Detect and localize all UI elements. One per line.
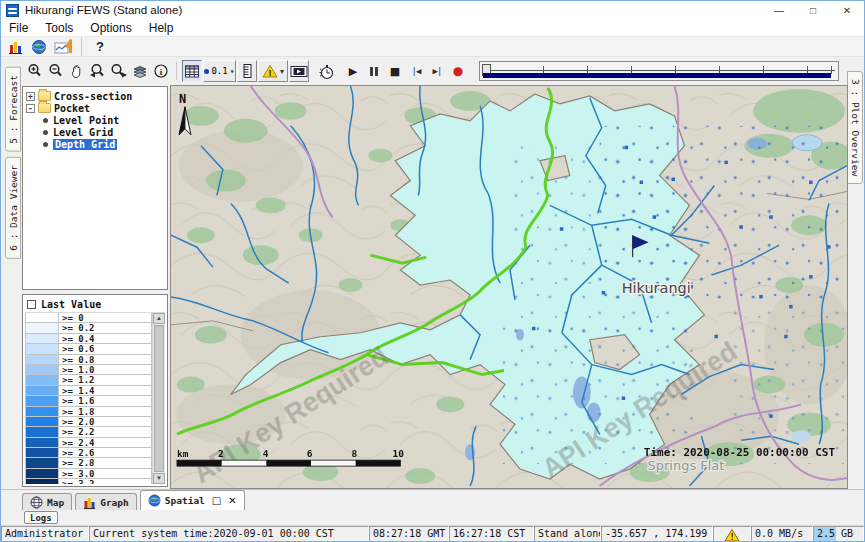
place-label: Springs Flat bbox=[648, 458, 725, 473]
title-bar[interactable]: Hikurangi FEWS (Stand alone) — □ ✕ bbox=[1, 1, 864, 19]
status-local-time: 16:27:18 CST bbox=[449, 526, 534, 542]
bullet-icon bbox=[43, 142, 48, 147]
tab-forecast[interactable]: 5 : Forecast bbox=[5, 67, 21, 152]
legend-scrollbar[interactable]: ▲ ▼ bbox=[152, 313, 165, 484]
record-button[interactable]: ● bbox=[448, 60, 468, 82]
close-button[interactable]: ✕ bbox=[830, 1, 864, 19]
status-warning-cell[interactable]: ! bbox=[713, 526, 751, 542]
tab-close-icon[interactable]: ✕ bbox=[228, 495, 236, 506]
svg-text:N: N bbox=[179, 92, 186, 106]
legend-ruler-button[interactable] bbox=[237, 60, 257, 82]
movie-export-button[interactable] bbox=[289, 60, 309, 82]
legend-row[interactable]: >= 2.8 bbox=[25, 458, 152, 468]
logs-button[interactable]: Logs bbox=[24, 511, 58, 524]
zoom-out-button[interactable] bbox=[46, 60, 66, 82]
help-button[interactable]: ? bbox=[90, 36, 110, 58]
app-logo-icon bbox=[6, 4, 19, 17]
legend-label: >= 2.2 bbox=[59, 427, 152, 437]
timer-icon bbox=[318, 63, 335, 80]
toolbar-separator bbox=[81, 38, 82, 56]
legend-label: >= 1.2 bbox=[59, 375, 152, 385]
spatial-display-button[interactable] bbox=[53, 36, 73, 58]
tree-item-level-point[interactable]: Level Point bbox=[26, 114, 166, 126]
tab-data-viewer[interactable]: 6 : Data Viewer bbox=[5, 157, 21, 259]
legend-row[interactable]: >= 2.4 bbox=[25, 438, 152, 448]
play-button[interactable]: ▶ bbox=[343, 60, 363, 82]
menu-options[interactable]: Options bbox=[90, 21, 131, 35]
grid-precision-dropdown[interactable]: 0.1 ▾ bbox=[203, 60, 236, 82]
bar-chart-icon bbox=[83, 496, 96, 509]
zoom-previous-button[interactable] bbox=[88, 60, 108, 82]
last-value-checkbox[interactable] bbox=[27, 300, 36, 309]
legend-row[interactable]: >= 2.2 bbox=[25, 427, 152, 437]
legend-swatch bbox=[25, 458, 59, 468]
grid-display-button[interactable] bbox=[182, 60, 202, 82]
logs-display-button[interactable] bbox=[5, 36, 25, 58]
stop-button[interactable]: ■ bbox=[385, 60, 405, 82]
map-display-button[interactable] bbox=[29, 36, 49, 58]
legend-row[interactable]: >= 3.2 bbox=[25, 479, 152, 484]
right-tab-strip: 3 : Plot Overview bbox=[846, 57, 864, 489]
tree-item-label: Cross-section bbox=[54, 91, 132, 102]
tree-item-label: Level Grid bbox=[53, 127, 113, 138]
menu-tools[interactable]: Tools bbox=[45, 21, 73, 35]
thresholds-dropdown-button[interactable]: ! ▾ bbox=[258, 60, 288, 82]
status-memory: 2.5 GB bbox=[813, 526, 864, 542]
legend-row[interactable]: >= 2.6 bbox=[25, 448, 152, 458]
menu-file[interactable]: File bbox=[9, 21, 28, 35]
legend-row[interactable]: >= 1.2 bbox=[25, 375, 152, 385]
svg-text:8: 8 bbox=[352, 448, 358, 459]
tree-item-cross-section[interactable]: + Cross-section bbox=[26, 90, 166, 102]
tab-plot-overview[interactable]: 3 : Plot Overview bbox=[847, 71, 863, 184]
expand-icon[interactable]: + bbox=[26, 92, 35, 101]
minimize-button[interactable]: — bbox=[762, 1, 796, 19]
legend-label: >= 0.8 bbox=[59, 355, 152, 365]
legend-row[interactable]: >= 0.8 bbox=[25, 355, 152, 365]
step-back-button[interactable]: |◀ bbox=[406, 60, 426, 82]
tree-item-depth-grid[interactable]: Depth Grid bbox=[26, 138, 166, 150]
zoom-next-button[interactable] bbox=[109, 60, 129, 82]
legend-row[interactable]: >= 2.0 bbox=[25, 417, 152, 427]
globe-icon bbox=[31, 39, 47, 55]
maximize-button[interactable]: □ bbox=[796, 1, 830, 19]
tab-maximize-icon[interactable]: □ bbox=[212, 495, 221, 506]
stop-icon: ■ bbox=[390, 66, 400, 77]
pause-button[interactable] bbox=[364, 60, 384, 82]
timeline-slider[interactable] bbox=[479, 61, 839, 81]
pause-icon bbox=[370, 67, 378, 76]
folder-icon bbox=[38, 103, 51, 113]
step-forward-button[interactable]: ▶| bbox=[427, 60, 447, 82]
scrollbar-thumb[interactable] bbox=[154, 325, 164, 472]
svg-text:km: km bbox=[177, 448, 189, 459]
zoom-in-button[interactable] bbox=[25, 60, 45, 82]
legend-row[interactable]: >= 0.4 bbox=[25, 334, 152, 344]
tab-map[interactable]: Map bbox=[22, 493, 72, 510]
legend-row[interactable]: >= 0.2 bbox=[25, 323, 152, 333]
legend-row[interactable]: >= 1.4 bbox=[25, 386, 152, 396]
legend-row[interactable]: >= 0 bbox=[25, 313, 152, 323]
timeline-period-bar bbox=[483, 73, 831, 78]
legend-row[interactable]: >= 1.8 bbox=[25, 407, 152, 417]
tab-spatial[interactable]: Spatial □ ✕ bbox=[140, 490, 245, 510]
tree-item-pocket[interactable]: - Pocket bbox=[26, 102, 166, 114]
tab-graph[interactable]: Graph bbox=[75, 493, 137, 510]
legend-row[interactable]: >= 3.0 bbox=[25, 469, 152, 479]
info-button[interactable]: i bbox=[151, 60, 171, 82]
window-title: Hikurangi FEWS (Stand alone) bbox=[25, 4, 182, 16]
legend-row[interactable]: >= 1.0 bbox=[25, 365, 152, 375]
zoom-in-icon bbox=[27, 63, 43, 79]
scroll-down-icon[interactable]: ▼ bbox=[153, 473, 165, 484]
scroll-up-icon[interactable]: ▲ bbox=[153, 313, 165, 324]
legend-row[interactable]: >= 0.6 bbox=[25, 344, 152, 354]
pan-button[interactable] bbox=[67, 60, 87, 82]
precision-value: 0.1 bbox=[211, 66, 227, 76]
map-canvas[interactable]: Hikurangi Springs Flat API Key Required … bbox=[171, 86, 847, 488]
menu-help[interactable]: Help bbox=[149, 21, 174, 35]
layers-button[interactable] bbox=[130, 60, 150, 82]
tree-item-level-grid[interactable]: Level Grid bbox=[26, 126, 166, 138]
collapse-icon[interactable]: - bbox=[26, 104, 35, 113]
animation-timer-button[interactable] bbox=[316, 60, 336, 82]
legend-row[interactable]: >= 1.6 bbox=[25, 396, 152, 406]
precision-dot-icon bbox=[204, 69, 209, 74]
legend-label: >= 3.0 bbox=[59, 469, 152, 479]
